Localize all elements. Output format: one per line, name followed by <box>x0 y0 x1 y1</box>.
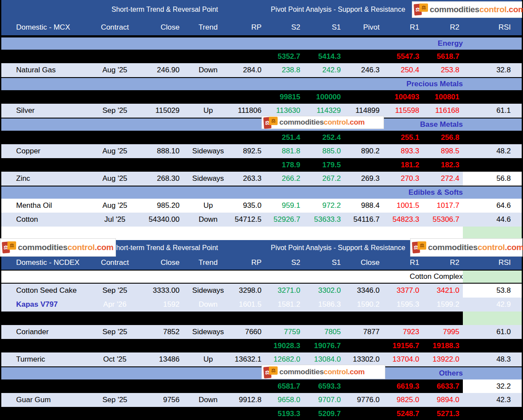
cell-s2: 251.4 <box>264 131 304 144</box>
commodity-name: Cotton Seed Cake <box>1 284 92 298</box>
cell-r2: 1599.2 <box>423 298 463 312</box>
cell-rp: 1601.5 <box>235 298 264 312</box>
cell-rsi <box>463 158 522 172</box>
cell-trend: Sideways <box>181 325 235 339</box>
cell-rp: 9912.8 <box>235 393 264 407</box>
cell-r1: 115598 <box>383 104 423 118</box>
ncdex-pivot-table: Short-term Trend & Reversal PointPivot P… <box>0 240 523 420</box>
cell-s2: 6581.7 <box>264 379 304 393</box>
cell-trend <box>181 407 235 420</box>
column-header-row: Domestic - NCDEXContractCloseTrendRPS2S1… <box>1 256 522 271</box>
cell-contract: Sep '25 <box>92 325 137 339</box>
cell-pivot: 890.2 <box>344 144 383 158</box>
cell-s2: 52926.7 <box>264 213 304 227</box>
column-header-contract: Contract <box>92 19 137 35</box>
commoditiescontrol-logo: ⚖⚖ commoditiescontrol.com <box>262 365 385 379</box>
column-header-s2: S2 <box>264 256 304 270</box>
cell-contract <box>92 90 137 104</box>
table-row: CottonJul '2554340.00Down54712.552926.75… <box>1 213 522 227</box>
cell-s2: 99815 <box>264 90 304 104</box>
table-row: Cotton Seed CakeSep '253333.00Sideways32… <box>1 284 522 298</box>
cell-r1: 5547.3 <box>383 50 423 63</box>
cell-s1: 267.2 <box>304 172 344 186</box>
cell-s2: 178.9 <box>264 158 304 172</box>
cell-s2: 3271.0 <box>264 284 304 298</box>
cell-trend: Up <box>181 352 235 366</box>
cell-pivot <box>344 379 383 393</box>
table-row: Mentha OilAug '25985.20Up935.0959.1972.2… <box>1 199 522 213</box>
cell-trend: Sideways <box>181 172 235 186</box>
cell-rsi <box>463 407 522 420</box>
cell-close: 246.90 <box>137 63 181 77</box>
cell-trend <box>181 227 235 240</box>
column-header-trend: Trend <box>181 19 235 35</box>
group-title-pivot: Pivot Point Analysis - Support & Resista… <box>263 244 413 252</box>
cell-contract: Oct '25 <box>92 352 137 366</box>
commodity-name <box>1 379 92 393</box>
cell-rp <box>235 158 264 172</box>
cell-pivot: 988.4 <box>344 199 383 213</box>
section-label: Edibles & Softs <box>1 186 463 199</box>
cell-rsi: 32.8 <box>463 63 522 77</box>
rsi-cell <box>463 271 522 283</box>
cell-r2: 1017.7 <box>423 199 463 213</box>
cell-pivot <box>344 407 383 420</box>
cell-s1: 179.5 <box>304 158 344 172</box>
cell-rp: 13632.1 <box>235 352 264 366</box>
cell-r2: 7995 <box>423 325 463 339</box>
cell-rp: 263.3 <box>235 172 264 186</box>
cell-r1: 270.3 <box>383 172 423 186</box>
cell-pivot: 3346.0 <box>344 284 383 298</box>
commodity-name <box>1 131 92 144</box>
table-row: CorianderSep '257852Sideways766077597805… <box>1 325 522 339</box>
cell-s2: 5193.3 <box>264 407 304 420</box>
cell-r2: 3421.0 <box>423 284 463 298</box>
cell-s2: 19028.3 <box>264 339 304 352</box>
cell-trend: Down <box>181 298 235 312</box>
cell-contract: Jul '25 <box>92 213 137 227</box>
cell-trend: Down <box>181 213 235 227</box>
cell-rsi <box>463 312 522 325</box>
rsi-cell <box>463 186 522 199</box>
commodity-name <box>1 407 92 420</box>
cell-r1: 6619.3 <box>383 379 423 393</box>
column-header-pivot: Pivot <box>344 19 383 35</box>
cell-r2: 13922.0 <box>423 352 463 366</box>
cell-r2: 100801 <box>423 90 463 104</box>
cell-trend <box>181 312 235 325</box>
commodity-name <box>1 50 92 63</box>
cell-s1: 972.2 <box>304 199 344 213</box>
table-row: 5193.35209.75248.75271.3 <box>1 407 522 420</box>
cell-pivot: 7877 <box>344 325 383 339</box>
cell-rsi: 48.2 <box>463 144 522 158</box>
cell-rp <box>235 131 264 144</box>
cell-s1: 5414.3 <box>304 50 344 63</box>
cell-contract <box>92 339 137 352</box>
column-header-pivot: Close <box>344 256 383 270</box>
cell-s2: 5352.7 <box>264 50 304 63</box>
table-row <box>1 312 522 325</box>
rsi-cell <box>463 119 522 131</box>
scales-icon: ⚖⚖ <box>263 117 279 128</box>
cell-rp <box>235 407 264 420</box>
cell-close <box>137 339 181 352</box>
cell-r1: 9825.0 <box>383 393 423 407</box>
cell-r1: 100493 <box>383 90 423 104</box>
cell-close: 9756 <box>137 393 181 407</box>
cell-rsi: 61.1 <box>463 104 522 118</box>
cell-trend <box>181 131 235 144</box>
section-label: Energy <box>1 37 463 50</box>
cell-contract <box>92 407 137 420</box>
cell-s1: 19076.7 <box>304 339 344 352</box>
cell-s2 <box>264 312 304 325</box>
commodity-name: Silver <box>1 104 92 118</box>
cell-rp <box>235 50 264 63</box>
cell-trend: Up <box>181 199 235 213</box>
cell-contract <box>92 379 137 393</box>
commodity-name: Mentha Oil <box>1 199 92 213</box>
cell-trend: Down <box>181 63 235 77</box>
cell-s1 <box>304 312 344 325</box>
cell-contract: Sep '25 <box>92 104 137 118</box>
logo-text: .com <box>348 368 364 376</box>
section-label: Precious Metals <box>1 78 463 90</box>
